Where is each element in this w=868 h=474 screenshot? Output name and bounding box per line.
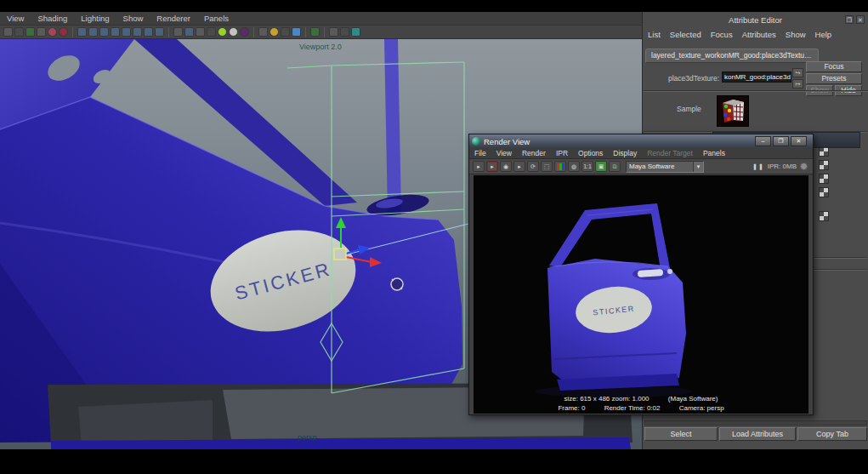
rgb-channels-icon[interactable] xyxy=(554,161,566,172)
menu-selected[interactable]: Selected xyxy=(670,30,701,39)
select-tool-icon[interactable] xyxy=(3,27,13,37)
select-connection-icon[interactable]: ↦ xyxy=(792,79,803,89)
car-sill-step xyxy=(78,400,213,446)
horizontal-scrollbar[interactable] xyxy=(644,420,867,425)
graph-editor-pane-icon[interactable] xyxy=(122,27,131,37)
one-to-one-icon[interactable]: 1:1 xyxy=(582,161,593,172)
door-rear-frame[interactable] xyxy=(384,39,401,214)
move-tool-icon[interactable] xyxy=(37,27,46,37)
outliner-pane-icon[interactable] xyxy=(111,27,120,37)
grease-pencil-icon[interactable] xyxy=(292,27,301,37)
render-view-window: Render View – ❐ ✕ File View Render IPR O… xyxy=(468,134,814,415)
menu-focus[interactable]: Focus xyxy=(711,30,733,39)
menu-render[interactable]: Render xyxy=(522,149,546,157)
pause-ipr-icon[interactable]: ❚❚ xyxy=(752,163,764,170)
attribute-editor-window-controls: ❐ ✕ xyxy=(845,15,865,24)
camera-attributes-icon[interactable] xyxy=(310,27,320,37)
toolbar-separator xyxy=(72,27,73,37)
attribute-editor-menubar: List Selected Focus Attributes Show Help xyxy=(648,30,831,39)
uv-editor-pane-icon[interactable] xyxy=(133,27,142,37)
menu-show[interactable]: Show xyxy=(123,14,144,23)
render-status-line2: Frame: 0 Render Time: 0:02 Camera: persp xyxy=(474,404,808,412)
menu-shading[interactable]: Shading xyxy=(37,14,67,23)
manipulator-cycle-icon[interactable] xyxy=(391,278,403,290)
menu-attributes[interactable]: Attributes xyxy=(742,30,776,39)
redo-previous-render-icon[interactable]: ⟳ xyxy=(527,161,539,172)
open-render-icon[interactable]: ▸ xyxy=(473,161,485,172)
render-current-frame-icon[interactable]: ▸ xyxy=(486,161,498,172)
paint-select-icon[interactable] xyxy=(26,27,35,37)
bookmark-icon[interactable] xyxy=(329,27,338,37)
select-button[interactable]: Select xyxy=(644,427,718,441)
toolbar-separator xyxy=(305,27,306,37)
map-texture-icon[interactable] xyxy=(819,174,829,184)
presets-button[interactable]: Presets xyxy=(806,73,862,84)
four-pane-layout-icon[interactable] xyxy=(88,27,98,37)
minimize-button[interactable]: – xyxy=(755,136,771,146)
menu-ipr[interactable]: IPR xyxy=(556,149,568,157)
menu-list[interactable]: List xyxy=(648,30,661,39)
xray-icon[interactable] xyxy=(269,27,279,37)
ipr-render-icon[interactable]: ▸ xyxy=(513,161,525,172)
keep-image-icon[interactable]: ▣ xyxy=(595,161,607,172)
menu-help[interactable]: Help xyxy=(815,30,832,39)
sample-swatch[interactable] xyxy=(717,95,749,127)
load-attributes-button[interactable]: Load Attributes xyxy=(719,427,796,441)
render-view-titlebar[interactable]: Render View – ❐ ✕ xyxy=(469,134,813,148)
maximize-button[interactable]: ❐ xyxy=(773,136,789,146)
node-name-field[interactable]: konMR_good:place3dTexture1 xyxy=(722,71,791,83)
wireframe-mode-icon[interactable] xyxy=(173,27,183,37)
map-texture-icon[interactable] xyxy=(819,211,829,221)
region-render-icon[interactable]: ⬚ xyxy=(541,161,553,172)
wireframe-on-shaded-icon[interactable] xyxy=(281,27,290,37)
field-chart-icon[interactable] xyxy=(351,27,360,37)
soft-mod-icon[interactable] xyxy=(48,27,57,37)
copy-tab-button[interactable]: Copy Tab xyxy=(797,427,867,441)
lasso-tool-icon[interactable] xyxy=(14,27,24,37)
snapshot-icon[interactable]: ◉ xyxy=(500,161,512,172)
menu-panels[interactable]: Panels xyxy=(204,14,229,23)
render-view-image[interactable]: STICKER size: 615 x 486 zoom: 1.000 (May… xyxy=(474,175,808,414)
close-icon[interactable]: ✕ xyxy=(856,15,865,24)
show-manipulator-icon[interactable] xyxy=(59,27,68,37)
menu-view[interactable]: View xyxy=(496,149,512,157)
render-renderer-name: (Maya Software) xyxy=(668,395,718,403)
hypershade-pane-icon[interactable] xyxy=(99,27,109,37)
letterbox-top xyxy=(0,0,868,12)
chevron-down-icon: ▼ xyxy=(693,162,703,172)
alpha-channel-icon[interactable]: ◍ xyxy=(568,161,580,172)
menu-display[interactable]: Display xyxy=(613,149,637,157)
textured-mode-icon[interactable] xyxy=(196,27,205,37)
restore-icon[interactable]: ❐ xyxy=(845,15,854,24)
hypergraph-pane-icon[interactable] xyxy=(155,27,164,37)
close-button[interactable]: ✕ xyxy=(791,136,807,146)
menu-file[interactable]: File xyxy=(474,149,486,157)
menu-renderer[interactable]: Renderer xyxy=(156,14,190,23)
menu-show[interactable]: Show xyxy=(786,30,806,39)
toolbar-separator xyxy=(168,27,169,37)
menu-view[interactable]: View xyxy=(7,14,24,23)
ipr-status-icon xyxy=(800,163,808,170)
node-type-label: place3dTexture: xyxy=(643,74,719,83)
screen-space-ao-icon[interactable] xyxy=(240,27,249,37)
renderer-dropdown[interactable]: Maya Software ▼ xyxy=(626,161,704,173)
node-tab[interactable]: layered_texture_workonMR_good:place3dTex… xyxy=(645,49,819,63)
image-plane-icon[interactable] xyxy=(340,27,349,37)
section-divider xyxy=(643,90,868,92)
attribute-editor-title: Attribute Editor xyxy=(643,15,868,25)
focus-button[interactable]: Focus xyxy=(806,61,862,72)
persp-outliner-pane-icon[interactable] xyxy=(144,27,153,37)
remove-image-icon[interactable]: ⧉ xyxy=(609,161,621,172)
list-connections-icon[interactable]: ↪ xyxy=(792,68,803,77)
menu-options[interactable]: Options xyxy=(578,149,603,157)
menu-panels[interactable]: Panels xyxy=(703,149,725,157)
menu-lighting[interactable]: Lighting xyxy=(81,14,109,23)
shadows-icon[interactable] xyxy=(229,27,238,37)
isolate-select-icon[interactable] xyxy=(258,27,268,37)
map-texture-icon[interactable] xyxy=(819,160,829,170)
shaded-mode-icon[interactable] xyxy=(184,27,194,37)
map-texture-icon[interactable] xyxy=(819,187,829,197)
default-lighting-icon[interactable] xyxy=(218,27,227,37)
use-all-lights-icon[interactable] xyxy=(207,27,216,37)
single-pane-layout-icon[interactable] xyxy=(77,27,87,37)
